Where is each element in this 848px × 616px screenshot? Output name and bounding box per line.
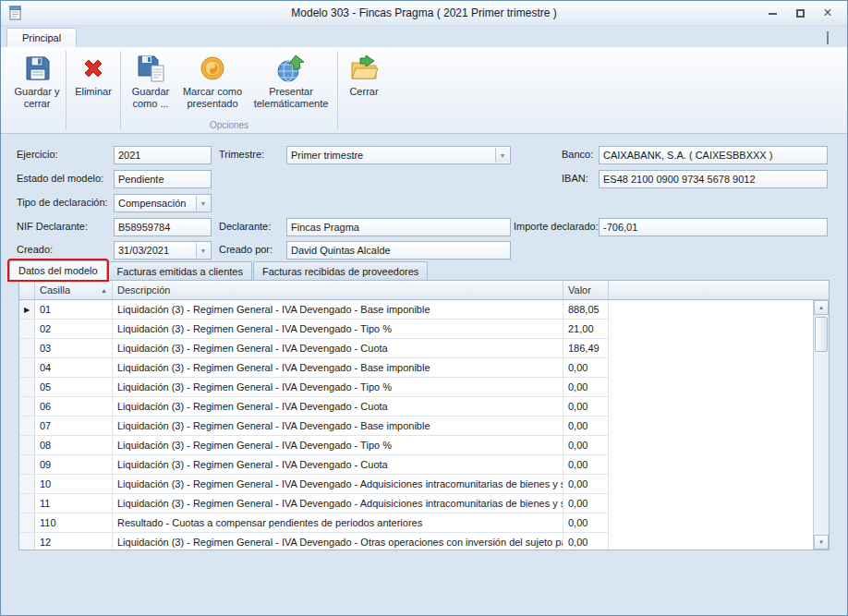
banco-field[interactable]: CAIXABANK, S.A. ( CAIXESBBXXX )	[599, 146, 828, 164]
ribbon-group-caption: Opciones	[124, 119, 334, 133]
ribbon-collapse-button[interactable]	[827, 33, 836, 41]
estado-field[interactable]: Pendiente	[114, 170, 212, 188]
row-indicator	[19, 533, 35, 550]
iban-label: IBAN:	[562, 173, 588, 186]
scroll-down-button[interactable]: ▼	[814, 535, 829, 550]
ribbon-group-save-close: Guardar y cerrar	[10, 48, 64, 133]
trimestre-field[interactable]: Primer trimestre ▼	[286, 146, 511, 164]
estado-value: Pendiente	[118, 174, 164, 185]
table-row[interactable]: 08Liquidación (3) - Regimen General - IV…	[19, 436, 609, 455]
sort-asc-icon: ▲	[95, 287, 107, 294]
window-controls: ×	[766, 6, 834, 19]
cell-descripcion: Liquidación (3) - Regimen General - IVA …	[113, 475, 563, 493]
row-indicator	[19, 339, 35, 357]
tab-facturas-emitidas[interactable]: Facturas emitidas a clientes	[108, 261, 252, 280]
column-header-casilla-label: Casilla	[40, 284, 70, 296]
row-indicator	[19, 417, 35, 435]
titlebar: Modelo 303 - Fincas Pragma ( 2021 Primer…	[1, 1, 847, 26]
trimestre-dropdown-button[interactable]: ▼	[495, 148, 509, 163]
creado-por-field[interactable]: David Quintas Alcalde	[286, 241, 511, 260]
creado-dropdown-button[interactable]: ▼	[196, 243, 210, 258]
column-header-descripcion[interactable]: Descripción	[113, 281, 563, 299]
presentar-telematicamente-button[interactable]: Presentar telemáticamente	[248, 48, 334, 119]
scroll-up-button[interactable]: ▲	[814, 300, 829, 315]
ejercicio-field[interactable]: 2021	[114, 146, 212, 164]
grid-header: Casilla ▲ Descripción Valor	[19, 281, 829, 300]
maximize-button[interactable]	[793, 6, 806, 19]
importe-declarado-field[interactable]: -706,01	[599, 218, 828, 236]
cerrar-button[interactable]: Cerrar	[341, 48, 387, 119]
cell-descripcion: Liquidación (3) - Regimen General - IVA …	[113, 339, 563, 357]
row-indicator	[19, 397, 35, 416]
table-row[interactable]: 03Liquidación (3) - Regimen General - IV…	[19, 339, 609, 358]
row-indicator	[19, 436, 35, 454]
creado-field[interactable]: 31/03/2021 ▼	[114, 241, 212, 260]
table-row[interactable]: 06Liquidación (3) - Regimen General - IV…	[19, 397, 609, 417]
scroll-down-icon: ▼	[818, 539, 824, 545]
tab-datos-del-modelo[interactable]: Datos del modelo	[9, 260, 107, 280]
vertical-scrollbar[interactable]: ▲ ▼	[813, 300, 829, 550]
cell-valor: 0,00	[563, 494, 609, 513]
iban-value: ES48 2100 0900 9734 5678 9012	[603, 174, 756, 185]
importe-declarado-label: Importe declarado:	[514, 221, 599, 234]
table-row[interactable]: 110Resultado - Cuotas a compensar pendie…	[19, 513, 609, 533]
cell-casilla: 01	[35, 300, 113, 319]
eliminar-button[interactable]: Eliminar	[69, 48, 117, 119]
guardar-como-label: Guardar como ...	[126, 86, 176, 110]
grid-rows: ▶01Liquidación (3) - Regimen General - I…	[19, 300, 829, 550]
declarante-field[interactable]: Fincas Pragma	[286, 218, 511, 236]
guardar-como-button[interactable]: Guardar como ...	[124, 48, 177, 119]
row-indicator	[19, 494, 35, 513]
scrollbar-thumb[interactable]	[815, 317, 828, 352]
tab-facturas-recibidas[interactable]: Facturas recibidas de proveedores	[253, 261, 428, 280]
table-row[interactable]: 02Liquidación (3) - Regimen General - IV…	[19, 320, 609, 339]
table-row[interactable]: 09Liquidación (3) - Regimen General - IV…	[19, 455, 609, 475]
nif-field[interactable]: B58959784	[114, 218, 212, 236]
grid-header-indicator	[19, 281, 35, 299]
save-icon	[22, 54, 52, 83]
column-header-casilla[interactable]: Casilla ▲	[35, 281, 113, 299]
app-icon	[8, 6, 23, 20]
ribbon-tab-row: Principal	[1, 26, 847, 47]
column-header-valor[interactable]: Valor	[563, 281, 609, 299]
cell-descripcion: Resultado - Cuotas a compensar pendiente…	[113, 513, 563, 532]
toolbar-separator	[120, 51, 121, 130]
tabstrip: Datos del modelo Facturas emitidas a cli…	[1, 260, 847, 280]
save-as-icon	[136, 54, 165, 83]
cell-descripcion: Liquidación (3) - Regimen General - IVA …	[113, 436, 563, 454]
cell-valor: 0,00	[563, 397, 609, 416]
minimize-icon	[769, 11, 777, 15]
iban-field[interactable]: ES48 2100 0900 9734 5678 9012	[599, 170, 828, 188]
table-row[interactable]: ▶01Liquidación (3) - Regimen General - I…	[19, 300, 609, 320]
table-row[interactable]: 12Liquidación (3) - Regimen General - IV…	[19, 533, 609, 550]
minimize-button[interactable]	[766, 6, 779, 19]
ribbon-group-close: Cerrar	[340, 48, 388, 133]
presentar-telematicamente-label: Presentar telemáticamente	[249, 86, 333, 110]
marcar-como-presentado-button[interactable]: Marcar como presentado	[177, 48, 248, 119]
table-row[interactable]: 05Liquidación (3) - Regimen General - IV…	[19, 378, 609, 397]
tipo-declaracion-dropdown-button[interactable]: ▼	[196, 196, 210, 211]
toolbar-separator	[337, 51, 338, 130]
delete-x-icon	[79, 54, 108, 83]
globe-upload-icon	[276, 54, 306, 83]
column-header-descripcion-label: Descripción	[117, 284, 170, 296]
cerrar-label: Cerrar	[349, 86, 378, 98]
ribbon-group-opciones: Guardar como ... Marcar como presentado	[123, 48, 335, 133]
declarante-label: Declarante:	[219, 221, 271, 234]
table-row[interactable]: 11Liquidación (3) - Regimen General - IV…	[19, 494, 609, 513]
table-row[interactable]: 04Liquidación (3) - Regimen General - IV…	[19, 358, 609, 378]
cell-valor: 186,49	[563, 339, 609, 357]
cell-valor: 0,00	[563, 475, 609, 493]
cell-descripcion: Liquidación (3) - Regimen General - IVA …	[113, 417, 563, 435]
close-button[interactable]: ×	[821, 6, 834, 19]
declarante-value: Fincas Pragma	[291, 222, 359, 233]
marcar-como-presentado-label: Marcar como presentado	[179, 86, 246, 110]
table-row[interactable]: 07Liquidación (3) - Regimen General - IV…	[19, 417, 609, 436]
creado-por-value: David Quintas Alcalde	[291, 245, 391, 256]
guardar-y-cerrar-button[interactable]: Guardar y cerrar	[11, 48, 63, 119]
creado-value: 31/03/2021	[118, 245, 169, 256]
table-row[interactable]: 10Liquidación (3) - Regimen General - IV…	[19, 475, 609, 494]
tipo-declaracion-field[interactable]: Compensación ▼	[114, 194, 212, 212]
nif-label: NIF Declarante:	[17, 221, 88, 234]
tab-principal[interactable]: Principal	[6, 28, 77, 47]
